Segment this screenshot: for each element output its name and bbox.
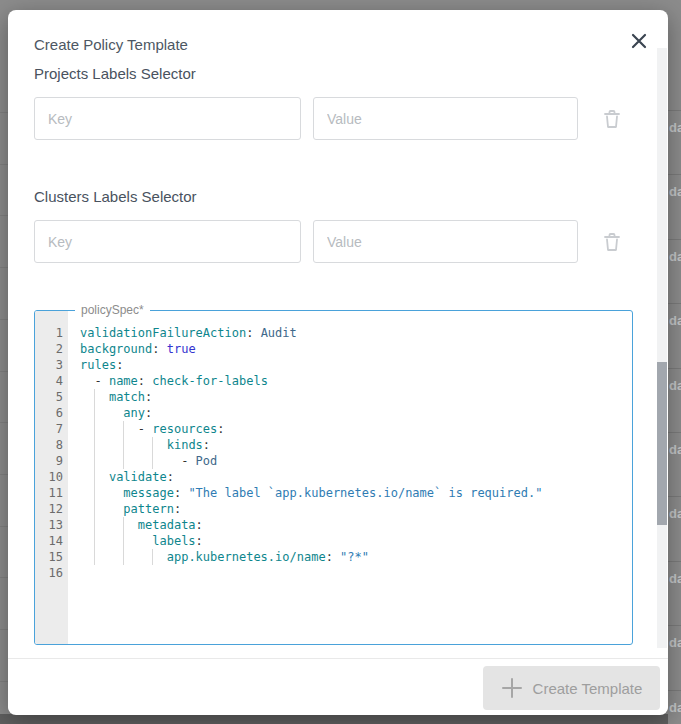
code-token: true bbox=[167, 342, 196, 356]
background-row-divider bbox=[0, 577, 8, 578]
line-number: 4 bbox=[35, 373, 68, 389]
close-button[interactable] bbox=[626, 28, 652, 54]
modal-scrollbar-thumb[interactable] bbox=[657, 362, 667, 525]
background-table-row: da bbox=[668, 432, 681, 496]
indent-guide-icon bbox=[123, 533, 124, 549]
background-row-divider bbox=[0, 112, 8, 113]
code-line[interactable]: - name: check-for-labels bbox=[80, 373, 632, 389]
line-number: 10 bbox=[35, 469, 68, 485]
create-template-button[interactable]: Create Template bbox=[483, 666, 660, 710]
background-row-divider bbox=[0, 371, 8, 372]
indent-guide-icon bbox=[94, 501, 95, 517]
dimmed-background-bottom bbox=[0, 714, 668, 724]
code-line[interactable]: match: bbox=[80, 389, 632, 405]
background-table-row: da bbox=[668, 368, 681, 432]
code-line[interactable]: message: "The label `app.kubernetes.io/n… bbox=[80, 485, 632, 501]
code-token: : bbox=[217, 422, 224, 436]
policyspec-editor[interactable]: policySpec* 12345678910111213141516 vali… bbox=[34, 310, 633, 645]
projects-labels-selector-heading: Projects Labels Selector bbox=[34, 65, 196, 82]
background-table-row: da bbox=[668, 303, 681, 367]
code-token bbox=[80, 406, 123, 420]
code-token: : bbox=[138, 374, 152, 388]
modal-scrollbar-track[interactable] bbox=[657, 48, 667, 648]
indent-guide-icon bbox=[94, 469, 95, 485]
code-token: : bbox=[174, 502, 181, 516]
line-number: 16 bbox=[35, 565, 68, 581]
code-token: : bbox=[326, 550, 340, 564]
line-number: 14 bbox=[35, 533, 68, 549]
code-line[interactable]: validate: bbox=[80, 469, 632, 485]
plus-icon bbox=[501, 677, 523, 699]
indent-guide-icon bbox=[94, 517, 95, 533]
clusters-row-delete-button[interactable] bbox=[600, 230, 624, 254]
indent-guide-icon bbox=[123, 421, 124, 437]
code-token: : bbox=[145, 390, 152, 404]
projects-key-input[interactable] bbox=[34, 97, 301, 140]
indent-guide-icon bbox=[94, 485, 95, 501]
code-line[interactable]: any: bbox=[80, 405, 632, 421]
background-row-divider bbox=[0, 319, 8, 320]
code-token: resources bbox=[152, 422, 217, 436]
line-number: 15 bbox=[35, 549, 68, 565]
code-token bbox=[80, 534, 152, 548]
code-token: : bbox=[246, 326, 260, 340]
line-number: 13 bbox=[35, 517, 68, 533]
background-table-row: da bbox=[668, 174, 681, 238]
line-number: 9 bbox=[35, 453, 68, 469]
code-line[interactable]: metadata: bbox=[80, 517, 632, 533]
close-icon bbox=[630, 32, 648, 50]
code-line[interactable]: pattern: bbox=[80, 501, 632, 517]
dimmed-background-table-column: dadadadadadadadadada bbox=[668, 0, 681, 724]
code-token: metadata bbox=[138, 518, 196, 532]
code-token: check-for-labels bbox=[152, 374, 268, 388]
code-line[interactable]: background: true bbox=[80, 341, 632, 357]
code-line[interactable]: - resources: bbox=[80, 421, 632, 437]
code-token: - bbox=[80, 422, 152, 436]
clusters-value-input[interactable] bbox=[313, 220, 578, 263]
indent-guide-icon bbox=[152, 437, 153, 453]
editor-gutter: 12345678910111213141516 bbox=[35, 311, 68, 644]
line-number: 7 bbox=[35, 421, 68, 437]
indent-guide-icon bbox=[94, 453, 95, 469]
code-token: pattern bbox=[123, 502, 174, 516]
indent-guide-icon bbox=[94, 549, 95, 565]
code-line[interactable]: labels: bbox=[80, 533, 632, 549]
projects-value-input[interactable] bbox=[313, 97, 578, 140]
background-table-row: da bbox=[668, 110, 681, 174]
code-line[interactable] bbox=[80, 565, 632, 581]
create-policy-template-modal: Create Policy Template Projects Labels S… bbox=[8, 10, 668, 714]
background-table-row: da bbox=[668, 625, 681, 689]
indent-guide-icon bbox=[94, 533, 95, 549]
code-token: labels bbox=[152, 534, 195, 548]
clusters-key-input[interactable] bbox=[34, 220, 301, 263]
dimmed-background-left bbox=[0, 0, 8, 724]
background-row-divider bbox=[0, 267, 8, 268]
code-token: : bbox=[152, 342, 166, 356]
code-token: rules bbox=[80, 358, 116, 372]
indent-guide-icon bbox=[123, 549, 124, 565]
code-line[interactable]: - Pod bbox=[80, 453, 632, 469]
code-token: Audit bbox=[261, 326, 297, 340]
line-number: 5 bbox=[35, 389, 68, 405]
indent-guide-icon bbox=[123, 517, 124, 533]
code-token: background bbox=[80, 342, 152, 356]
trash-icon bbox=[603, 232, 621, 252]
code-line[interactable]: validationFailureAction: Audit bbox=[80, 325, 632, 341]
line-number: 11 bbox=[35, 485, 68, 501]
background-row-divider bbox=[0, 526, 8, 527]
editor-code[interactable]: validationFailureAction: Auditbackground… bbox=[68, 311, 632, 644]
background-table-row: da bbox=[668, 561, 681, 625]
indent-guide-icon bbox=[123, 453, 124, 469]
indent-guide-icon bbox=[123, 437, 124, 453]
line-number: 1 bbox=[35, 325, 68, 341]
code-line[interactable]: rules: bbox=[80, 357, 632, 373]
code-area[interactable]: 12345678910111213141516 validationFailur… bbox=[35, 311, 632, 644]
code-line[interactable]: kinds: bbox=[80, 437, 632, 453]
code-line[interactable]: app.kubernetes.io/name: "?*" bbox=[80, 549, 632, 565]
code-token: app.kubernetes.io/name bbox=[167, 550, 326, 564]
projects-row-delete-button[interactable] bbox=[600, 107, 624, 131]
clusters-labels-selector-heading: Clusters Labels Selector bbox=[34, 188, 197, 205]
background-table-row: da bbox=[668, 690, 681, 724]
create-template-button-label: Create Template bbox=[533, 680, 643, 697]
line-number: 12 bbox=[35, 501, 68, 517]
